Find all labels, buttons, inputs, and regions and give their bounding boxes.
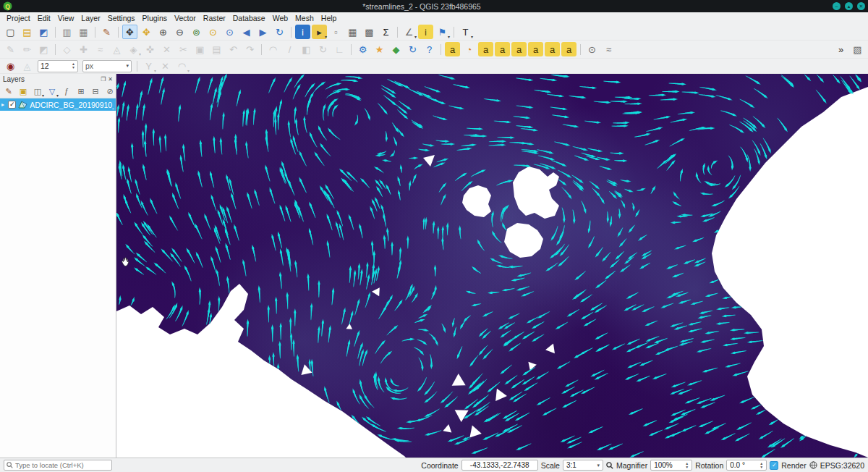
magnifier-spinbox[interactable]: 100%▲▼ [650,460,692,471]
zoom-to-selection-button[interactable]: ⊙ [205,25,221,39]
zoom-out-button[interactable]: ⊖ [172,25,187,39]
measure-button[interactable]: ∠▾ [401,25,417,39]
show-layout-manager-button[interactable]: ▦ [76,25,91,39]
refresh-map-button[interactable]: ↻ [272,25,287,39]
spin-down-icon[interactable]: ▼ [685,465,689,469]
coordinate-input[interactable]: -43.1333,-22.7438 [461,460,538,471]
new-bookmark-button[interactable]: ⚑▾ [435,25,450,39]
elevation-profile-button[interactable]: ≈ [601,42,616,56]
statistical-summary-button[interactable]: Σ [378,25,393,39]
extra-tools-button[interactable]: ▧ [850,42,865,56]
open-layer-styling-button[interactable]: ✎ [2,85,15,98]
magnifier-spin-arrows[interactable]: ▲▼ [685,462,689,469]
highlight-pinned-labels-button[interactable]: a [478,42,493,56]
spin-down-icon[interactable]: ▼ [760,465,763,469]
change-label-properties-button[interactable]: a [561,42,576,56]
show-hide-labels-button[interactable]: a [511,42,527,56]
dropdown-caret-icon: ▾ [414,35,417,39]
move-label-button[interactable]: a [528,42,543,56]
rotation-spin-arrows[interactable]: ▲▼ [760,462,763,469]
redo-button: ↷ [242,42,258,56]
processing-history-button[interactable]: ↻ [405,42,420,56]
new-project-button[interactable]: ▢ [3,25,18,39]
toolbar-overflow-button[interactable]: » [833,42,848,56]
render-checkbox[interactable]: ✓ [770,461,778,470]
map-canvas[interactable] [116,74,868,458]
collapse-all-button[interactable]: ⊟ [89,85,102,98]
rotation-spinbox[interactable]: 0.0 °▲▼ [726,460,767,471]
map-tips-button[interactable]: i [418,25,433,39]
minimize-window-button[interactable]: – [833,2,841,10]
toggle-mesh-editing-button[interactable]: ◉ [3,59,18,73]
add-group-button[interactable]: ▣ [17,85,30,98]
mesh-vertex-size-spinbox[interactable]: 12 ▲▼ [38,60,78,72]
zoom-next-button[interactable]: ▶ [255,25,271,39]
elevation-profile-icon: ≈ [606,45,611,54]
layer-diagram-options-button[interactable]: ◔ [461,42,477,56]
scale-combobox[interactable]: 3:1▾ [563,460,603,471]
filter-legend-button[interactable]: ▽▾ [46,85,59,98]
close-panel-button[interactable]: ✕ [108,76,113,83]
close-window-button[interactable]: ✕ [857,2,865,10]
layer-expander-icon[interactable]: ▸ [1,101,6,108]
menu-view[interactable]: View [54,14,78,22]
new-print-layout-button[interactable]: ▥ [59,25,75,39]
zoom-full-button[interactable]: ⊚ [189,25,204,39]
zoom-out-icon: ⊖ [176,28,184,37]
zoom-to-layer-button[interactable]: ⊙ [222,25,237,39]
menu-edit[interactable]: Edit [34,14,54,22]
save-project-button[interactable]: ◩ [36,25,51,39]
menu-mesh[interactable]: Mesh [292,14,318,22]
open-attribute-table-button[interactable]: ▦ [345,25,360,39]
filter-by-expression-button[interactable]: ƒ [60,85,73,98]
expand-all-button[interactable]: ⊞ [75,85,88,98]
menu-web[interactable]: Web [269,14,292,22]
manage-map-themes-button[interactable]: ◫▾ [31,85,44,98]
rotate-label-button[interactable]: a [545,42,560,56]
menu-settings[interactable]: Settings [104,14,139,22]
temporal-controller-panel-button[interactable]: ⊙ [584,42,600,56]
menu-project[interactable]: Project [3,14,34,22]
processing-favorites-button[interactable]: ★ [372,42,387,56]
menu-database[interactable]: Database [229,14,269,22]
help-contents-button[interactable]: ? [422,42,437,56]
pin-unpin-labels-button[interactable]: a [495,42,510,56]
processing-toolbox-button[interactable]: ⚙ [355,42,370,56]
select-features-button[interactable]: ▸▾ [312,25,327,39]
layer-item[interactable]: ▸ ✓ ADCIRC_BG_20190910_1t [0,98,116,111]
remove-layer-button[interactable]: ⊘ [103,85,116,98]
rotate-feature-button: ↻ [315,42,331,56]
menu-help[interactable]: Help [318,14,341,22]
pin-unpin-labels-icon: a [500,45,505,54]
field-calculator-button[interactable]: ▩ [362,25,377,39]
pan-to-selection-button[interactable]: ✥ [139,25,154,39]
open-project-button[interactable]: ▤ [20,25,35,39]
menu-layer[interactable]: Layer [77,14,103,22]
spinbox-arrows[interactable]: ▲▼ [72,62,75,69]
style-manager-button[interactable]: ✎ [99,25,114,39]
locate-search[interactable] [4,460,112,471]
trim-extend-icon: ∟ [335,45,344,54]
expand-all-icon: ⊞ [77,88,84,96]
pan-map-button[interactable]: ✥ [122,25,137,39]
text-annotation-button[interactable]: T▾ [458,25,473,39]
maximize-window-button[interactable]: ▴ [845,2,853,10]
menu-vector[interactable]: Vector [171,14,200,22]
layer-visibility-checkbox[interactable]: ✓ [8,101,16,109]
menu-raster[interactable]: Raster [200,14,229,22]
menu-plugins[interactable]: Plugins [139,14,171,22]
mesh-vertex-unit-combo[interactable]: px ▾ [82,60,132,72]
new-print-layout-icon: ▥ [62,28,71,37]
spin-down-icon[interactable]: ▼ [72,66,75,69]
identify-features-button[interactable]: i [295,25,310,39]
locate-input[interactable] [13,461,109,469]
float-panel-button[interactable]: ❐ [101,76,106,83]
open-layer-styling-icon: ✎ [5,88,12,96]
zoom-in-button[interactable]: ⊕ [156,25,171,39]
zoom-last-button[interactable]: ◀ [239,25,254,39]
plugin-manager-button[interactable]: ◆ [388,42,404,56]
layer-labeling-options-button[interactable]: a [445,42,460,56]
deselect-features-button[interactable]: ▫ [328,25,344,39]
help-contents-icon: ? [427,45,432,54]
crs-indicator[interactable]: EPSG:32620 [820,461,864,470]
